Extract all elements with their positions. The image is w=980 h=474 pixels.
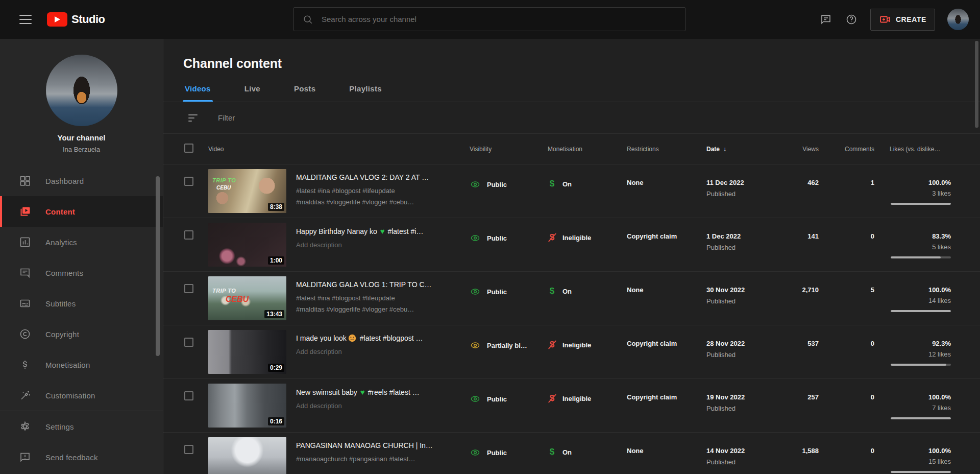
likes-ratio-bar (891, 364, 951, 366)
add-description-placeholder[interactable]: Add description (296, 240, 453, 250)
add-description-placeholder[interactable]: Add description (296, 401, 453, 411)
likes-ratio-bar (891, 471, 951, 473)
video-thumbnail[interactable]: 0:29 (208, 330, 286, 374)
tab-posts[interactable]: Posts (294, 84, 315, 102)
duration-badge: 0:29 (268, 364, 284, 372)
video-title[interactable]: PANGASINAN MANAOAG CHURCH | In… (296, 441, 453, 451)
restrictions-label: None (627, 272, 706, 294)
sidebar-item-analytics[interactable]: Analytics (0, 227, 163, 257)
sidebar-item-dashboard[interactable]: Dashboard (0, 165, 163, 196)
monetisation-cell[interactable]: $Ineligible (544, 325, 623, 378)
restrictions-label: None (627, 164, 706, 186)
video-title[interactable]: New swimsuit baby ♥ #reels #latest … (296, 387, 453, 397)
views-value: 1,588 (783, 433, 819, 474)
video-thumbnail[interactable]: 1:00 (208, 223, 286, 267)
thumbnail-cell: 1:00 (208, 218, 296, 271)
comments-value: 0 (819, 325, 874, 378)
likes-count: 15 likes (890, 458, 951, 465)
video-title[interactable]: Happy Birthday Nanay ko ♥ #latest #i… (296, 226, 453, 236)
sort-desc-arrow-icon: ↓ (723, 146, 726, 153)
help-icon[interactable] (845, 13, 858, 26)
visibility-cell[interactable]: Public (465, 164, 544, 218)
likes-ratio-fill (891, 364, 946, 366)
row-checkbox[interactable] (184, 230, 193, 240)
sidebar-item-comments[interactable]: Comments (0, 257, 163, 288)
table-row[interactable]: 0:29I made you look #latest #blogpost …A… (163, 325, 980, 379)
sidebar-item-customisation[interactable]: Customisation (0, 380, 163, 404)
sidebar-scrollbar[interactable] (156, 176, 160, 356)
monetisation-line: $On (548, 433, 623, 457)
visibility-label: Public (487, 288, 507, 296)
visibility-cell[interactable]: Public (465, 272, 544, 325)
video-title[interactable]: MALDITANG GALA VLOG 1: TRIP TO C… (296, 280, 453, 290)
duration-badge: 8:38 (268, 203, 284, 211)
table-row[interactable]: 0:16New swimsuit baby ♥ #reels #latest …… (163, 379, 980, 433)
likes-count: 5 likes (890, 243, 951, 251)
green-heart-icon: ♥ (360, 388, 365, 396)
row-checkbox[interactable] (184, 177, 193, 186)
sidebar-item-label: Content (45, 207, 75, 216)
add-description-placeholder[interactable]: Add description (296, 347, 453, 357)
search-input[interactable] (322, 15, 685, 23)
tab-playlists[interactable]: Playlists (349, 84, 382, 102)
visibility-cell[interactable]: Public (465, 218, 544, 271)
views-value: 257 (783, 379, 819, 432)
sidebar-item-subtitles[interactable]: Subtitles (0, 288, 163, 319)
table-row[interactable]: 1:00Happy Birthday Nanay ko ♥ #latest #i… (163, 218, 980, 272)
row-checkbox[interactable] (184, 391, 193, 400)
views-value: 537 (783, 325, 819, 378)
sidebar-item-copyright[interactable]: Copyright (0, 319, 163, 349)
create-button[interactable]: CREATE (870, 9, 935, 31)
table-row[interactable]: PANGASINAN MANAOAG CHURCH | In…#manaoagc… (163, 433, 980, 474)
tab-live[interactable]: Live (244, 84, 260, 102)
row-checkbox[interactable] (184, 284, 193, 293)
thumbnail-overlay-text: CEBU (216, 185, 231, 191)
studio-logo[interactable]: Studio (47, 12, 105, 27)
monetisation-cell[interactable]: $On (544, 433, 623, 474)
row-checkbox[interactable] (184, 338, 193, 347)
sidebar-item-label: Customisation (45, 391, 95, 400)
visibility-cell[interactable]: Partially bl… (465, 325, 544, 378)
select-all-checkbox[interactable] (184, 144, 193, 153)
row-checkbox[interactable] (184, 445, 193, 454)
date-cell: 11 Dec 2022Published (706, 164, 783, 218)
table-row[interactable]: TRIP TOCEBU13:43MALDITANG GALA VLOG 1: T… (163, 272, 980, 325)
likes-ratio-fill (891, 471, 951, 473)
likes-cell: 100.0%14 likes (874, 272, 951, 325)
visibility-cell[interactable]: Public (465, 379, 544, 432)
monetisation-cell[interactable]: $On (544, 272, 623, 325)
video-title[interactable]: MALDITANG GALA VLOG 2: DAY 2 AT … (296, 173, 453, 182)
restrictions-cell: None (623, 272, 706, 325)
filter-bar[interactable]: Filter (163, 102, 980, 134)
video-tags: #latest #ina #blogpost #lifeupdate (296, 186, 453, 196)
tab-videos[interactable]: Videos (185, 84, 211, 102)
visibility-line: Public (470, 379, 544, 405)
date-status: Published (706, 458, 783, 466)
monetisation-cell[interactable]: $Ineligible (544, 379, 623, 432)
date-status: Published (706, 190, 783, 198)
monetisation-cell[interactable]: $Ineligible (544, 218, 623, 271)
monetisation-cell[interactable]: $On (544, 164, 623, 218)
channel-search (293, 7, 685, 31)
feedback-bubble-icon[interactable] (819, 13, 832, 26)
main-scrollbar[interactable] (975, 41, 978, 128)
account-avatar[interactable] (947, 9, 969, 30)
video-thumbnail[interactable]: 0:16 (208, 384, 286, 428)
checkbox-cell (163, 433, 208, 474)
video-thumbnail[interactable]: TRIP TOCEBU8:38 (208, 169, 286, 213)
hamburger-menu-icon[interactable] (19, 15, 32, 24)
video-thumbnail[interactable]: TRIP TOCEBU13:43 (208, 276, 286, 320)
sidebar-item-content[interactable]: Content (0, 196, 163, 227)
video-title[interactable]: I made you look #latest #blogpost … (296, 334, 453, 343)
youtube-play-icon (47, 12, 67, 27)
header-date-sort[interactable]: Date ↓ (706, 146, 783, 153)
sidebar-item-send-feedback[interactable]: Send feedback (0, 442, 163, 472)
table-row[interactable]: TRIP TOCEBU8:38MALDITANG GALA VLOG 2: DA… (163, 164, 980, 218)
date-value: 28 Nov 2022 (706, 340, 783, 347)
video-thumbnail[interactable] (208, 437, 286, 474)
sidebar-item-label: Monetisation (45, 361, 90, 369)
sidebar-item-monetisation[interactable]: Monetisation (0, 349, 163, 380)
visibility-cell[interactable]: Public (465, 433, 544, 474)
channel-avatar[interactable] (46, 55, 117, 126)
sidebar-item-settings[interactable]: Settings (0, 411, 163, 442)
